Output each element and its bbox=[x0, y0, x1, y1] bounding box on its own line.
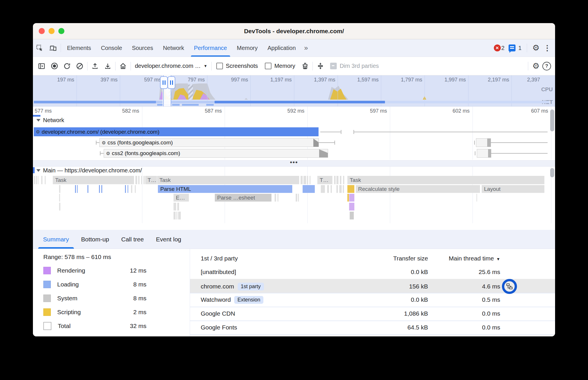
history-dropdown[interactable]: developer.chrome.com … ▼ bbox=[132, 63, 210, 69]
flame-bar bbox=[277, 194, 278, 202]
issues-icon bbox=[509, 44, 516, 51]
vertical-scrollbar-thumb[interactable] bbox=[550, 109, 554, 131]
flame-bar-label: Task bbox=[347, 177, 361, 183]
flame-bar[interactable]: Layout bbox=[481, 185, 544, 193]
request-bar[interactable]: ⚙css (fonts.googleapis.com) bbox=[99, 138, 319, 147]
detail-gridline bbox=[472, 167, 473, 223]
flame-bar bbox=[135, 185, 136, 193]
divider bbox=[312, 62, 313, 70]
toggle-sidebar-button[interactable] bbox=[35, 60, 48, 72]
help-icon[interactable]: ? bbox=[542, 62, 551, 70]
legend-value: 32 ms bbox=[89, 321, 146, 331]
settings-gear-icon[interactable]: ⚙ bbox=[532, 44, 539, 52]
legend-label: Total bbox=[58, 323, 70, 329]
home-button[interactable] bbox=[117, 60, 129, 72]
timeline-overview[interactable]: CPU NET 197 ms397 ms597 ms797 ms997 ms1,… bbox=[33, 75, 555, 107]
flame-bar[interactable]: Task bbox=[53, 176, 134, 184]
column-main-thread-time[interactable]: Main thread time▼ bbox=[428, 255, 500, 262]
flame-bar bbox=[131, 185, 132, 193]
legend-value: 12 ms bbox=[89, 266, 146, 275]
legend-row: Loading8 ms bbox=[43, 280, 184, 289]
capture-settings-gear-icon[interactable]: ⚙ bbox=[532, 62, 539, 70]
party-table-row[interactable]: WatchwordExtension0.0 kB0.5 ms bbox=[190, 293, 555, 307]
column-party[interactable]: 1st / 3rd party bbox=[190, 255, 359, 262]
flame-bar[interactable]: T… bbox=[317, 176, 332, 184]
minimize-window-button[interactable] bbox=[49, 28, 55, 34]
network-track-header[interactable]: Network bbox=[36, 117, 64, 124]
tab-application[interactable]: Application bbox=[263, 39, 301, 57]
flame-bar[interactable]: Parse …esheet bbox=[215, 194, 271, 202]
right-selection-handle[interactable] bbox=[168, 76, 175, 89]
flame-bar bbox=[349, 212, 354, 219]
drawer-tab-call-tree[interactable]: Call tree bbox=[115, 230, 150, 249]
flame-bar bbox=[340, 176, 341, 184]
record-button[interactable] bbox=[48, 60, 61, 72]
collapse-tracks-button[interactable] bbox=[314, 60, 327, 72]
drawer-tab-summary[interactable]: Summary bbox=[37, 230, 75, 249]
flame-bar-label: Recalculate style bbox=[356, 186, 400, 192]
flame-bar[interactable]: Task bbox=[157, 176, 299, 184]
overview-tick-label: 997 ms bbox=[202, 77, 248, 83]
drawer-tab-event-log[interactable]: Event log bbox=[150, 230, 187, 249]
column-transfer-size[interactable]: Transfer size bbox=[359, 255, 428, 262]
inspect-element-button[interactable] bbox=[33, 42, 46, 54]
flame-bar bbox=[125, 185, 126, 193]
request-bar[interactable]: ⚙developer.chrome.com/ (developer.chrome… bbox=[34, 127, 319, 136]
tab-network[interactable]: Network bbox=[158, 39, 189, 57]
screenshots-checkbox[interactable]: Screenshots bbox=[213, 63, 261, 69]
toggle-device-toolbar-button[interactable] bbox=[46, 42, 59, 54]
dim-3rd-parties-checkbox[interactable]: Dim 3rd parties bbox=[327, 63, 382, 69]
drawer-tab-bar: SummaryBottom-upCall treeEvent log bbox=[33, 230, 555, 249]
issues-indicator[interactable]: 1 bbox=[509, 44, 522, 51]
network-track-accent bbox=[33, 115, 40, 117]
tab-memory[interactable]: Memory bbox=[232, 39, 263, 57]
flame-bar[interactable]: Parse HTML bbox=[158, 185, 292, 193]
party-table-row[interactable]: Google CDN1,086 kB0.0 ms bbox=[190, 307, 555, 321]
flame-bar[interactable]: Task bbox=[347, 176, 544, 184]
close-window-button[interactable] bbox=[39, 28, 45, 34]
flame-bar[interactable]: Recalculate style bbox=[356, 185, 480, 193]
collect-garbage-button[interactable] bbox=[299, 60, 311, 72]
drawer-tab-bottom-up[interactable]: Bottom-up bbox=[75, 230, 115, 249]
tab-sources[interactable]: Sources bbox=[127, 39, 158, 57]
request-bar[interactable]: ⚙css2 (fonts.googleapis.com) bbox=[104, 149, 328, 158]
memory-checkbox[interactable]: Memory bbox=[261, 63, 299, 69]
main-thread-time-value: 0.5 ms bbox=[428, 296, 500, 303]
party-name: Google CDN bbox=[190, 310, 359, 317]
left-selection-handle[interactable] bbox=[160, 76, 168, 89]
flame-bar[interactable]: T… bbox=[145, 176, 157, 184]
detail-gridline bbox=[142, 167, 142, 223]
party-badge: Extension bbox=[234, 296, 263, 304]
request-end-cap bbox=[313, 139, 319, 147]
legend-swatch bbox=[43, 267, 51, 274]
tab-performance[interactable]: Performance bbox=[189, 39, 232, 57]
upload-profile-button[interactable] bbox=[89, 60, 101, 72]
track-splitter[interactable]: ••• bbox=[33, 160, 555, 167]
summary-legend-pane: Range: 578 ms – 610 ms Rendering12 msLoa… bbox=[33, 249, 190, 336]
ruler-tick-label: 607 ms bbox=[502, 108, 548, 114]
divider bbox=[61, 44, 61, 52]
party-table-row[interactable]: Google Fonts64.5 kB0.0 ms bbox=[190, 321, 555, 335]
kebab-menu-icon[interactable]: ⋮ bbox=[544, 44, 551, 53]
flame-bar-label: Task bbox=[53, 177, 66, 183]
console-errors-indicator[interactable]: × 2 bbox=[494, 44, 505, 51]
checkbox-icon bbox=[265, 63, 271, 69]
highlighted-flamechart-button[interactable] bbox=[502, 279, 517, 294]
tab-console[interactable]: Console bbox=[96, 39, 127, 57]
zoom-window-button[interactable] bbox=[58, 28, 64, 34]
net-activity-bar bbox=[34, 101, 156, 103]
devtools-window: DevTools - developer.chrome.com/ Element… bbox=[33, 23, 555, 336]
record-and-reload-button[interactable] bbox=[61, 60, 73, 72]
more-tabs-button[interactable]: » bbox=[301, 44, 311, 52]
whisker-tick bbox=[474, 141, 475, 145]
main-track-header[interactable]: Main — https://developer.chrome.com/ bbox=[36, 167, 142, 174]
flame-bar[interactable]: E… bbox=[173, 194, 189, 202]
party-table-row[interactable]: chrome.com1st party156 kB4.6 ms bbox=[190, 279, 555, 293]
tab-elements[interactable]: Elements bbox=[62, 39, 96, 57]
party-table-row[interactable]: [unattributed]0.0 kB25.6 ms bbox=[190, 265, 555, 280]
sidebar-icon bbox=[38, 62, 45, 70]
clear-recording-button[interactable] bbox=[73, 60, 86, 72]
download-profile-button[interactable] bbox=[101, 60, 114, 72]
vertical-scrollbar-thumb[interactable] bbox=[550, 168, 554, 177]
main-thread-time-value: 25.6 ms bbox=[428, 269, 500, 275]
